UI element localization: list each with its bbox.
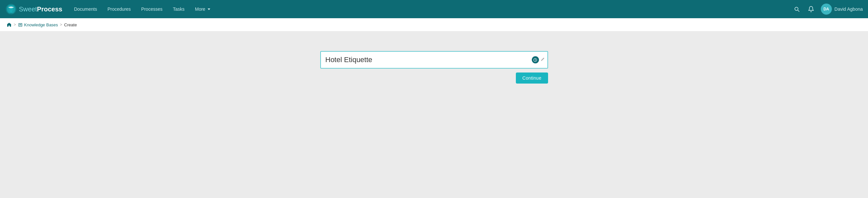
nav-right: DA David Agbona	[792, 4, 863, 14]
more-chevron-icon	[208, 8, 210, 10]
brand-name: SweetProcess	[19, 5, 62, 13]
avatar: DA	[821, 4, 832, 14]
nav-documents[interactable]: Documents	[70, 4, 101, 14]
breadcrumb-home[interactable]	[6, 22, 12, 27]
knowledge-base-title-input[interactable]	[320, 51, 548, 69]
book-icon	[18, 23, 23, 27]
nav-procedures[interactable]: Procedures	[103, 4, 135, 14]
brand-logo-link[interactable]: SweetProcess	[5, 3, 62, 15]
navbar: SweetProcess Documents Procedures Proces…	[0, 0, 868, 18]
breadcrumb: > Knowledge Bases > Create	[0, 18, 868, 32]
input-icons	[532, 56, 545, 63]
history-icon-button[interactable]	[532, 56, 539, 63]
nav-tasks[interactable]: Tasks	[169, 4, 188, 14]
home-icon	[6, 22, 12, 27]
user-info[interactable]: DA David Agbona	[821, 4, 863, 14]
actions-row: Continue	[320, 72, 548, 84]
bell-icon	[808, 6, 814, 12]
edit-icon[interactable]	[540, 57, 545, 63]
clock-icon	[533, 58, 537, 62]
notifications-button[interactable]	[806, 5, 815, 14]
continue-button[interactable]: Continue	[516, 72, 548, 84]
main-content: Continue	[0, 32, 868, 198]
nav-processes[interactable]: Processes	[137, 4, 166, 14]
breadcrumb-knowledge-bases[interactable]: Knowledge Bases	[18, 23, 58, 27]
svg-point-2	[9, 5, 15, 13]
form-container: Continue	[320, 44, 548, 84]
search-icon	[794, 6, 800, 12]
breadcrumb-create: Create	[64, 23, 77, 27]
nav-links: Documents Procedures Processes Tasks Mor…	[70, 4, 792, 14]
title-input-wrapper	[320, 51, 548, 69]
search-button[interactable]	[792, 5, 801, 14]
user-name: David Agbona	[835, 6, 863, 12]
breadcrumb-sep-1: >	[14, 23, 16, 27]
breadcrumb-sep-2: >	[60, 23, 62, 27]
nav-more[interactable]: More	[191, 4, 214, 14]
